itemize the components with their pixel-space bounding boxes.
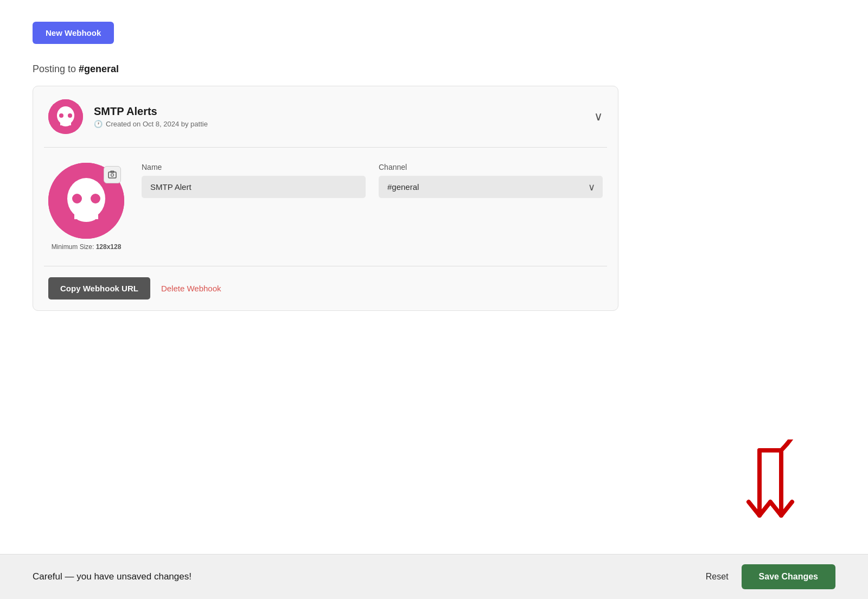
channel-form-group: Channel #general #alerts #random ∨ — [379, 163, 603, 198]
webhook-created-meta: Created on Oct 8, 2024 by pattie — [106, 120, 208, 128]
form-row: Name Channel #general #alerts #random — [142, 163, 603, 198]
svg-point-13 — [111, 174, 114, 176]
webhook-info: SMTP Alerts 🕐 Created on Oct 8, 2024 by … — [94, 105, 208, 128]
posting-to-label: Posting to #general — [33, 63, 618, 75]
name-input[interactable] — [142, 176, 366, 198]
webhook-card: SMTP Alerts 🕐 Created on Oct 8, 2024 by … — [33, 86, 618, 311]
svg-line-21 — [781, 502, 792, 515]
svg-rect-5 — [60, 123, 71, 125]
svg-line-18 — [749, 502, 760, 515]
reset-button[interactable]: Reset — [706, 572, 729, 582]
channel-select-wrap: #general #alerts #random ∨ — [379, 176, 603, 198]
card-body: Minimum Size: 128x128 Name Channel — [33, 148, 618, 266]
avatar-large[interactable] — [48, 163, 124, 239]
svg-point-9 — [91, 194, 100, 203]
avatar-edit-button[interactable] — [104, 166, 121, 183]
svg-rect-12 — [108, 172, 116, 178]
avatar-small — [48, 99, 83, 134]
svg-line-20 — [770, 502, 781, 515]
webhook-meta: 🕐 Created on Oct 8, 2024 by pattie — [94, 120, 208, 128]
name-form-group: Name — [142, 163, 366, 198]
unsaved-warning-text: Careful — you have unsaved changes! — [33, 571, 192, 582]
name-label: Name — [142, 163, 366, 171]
bottom-bar-actions: Reset Save Changes — [706, 564, 835, 589]
card-header: SMTP Alerts 🕐 Created on Oct 8, 2024 by … — [33, 86, 618, 147]
svg-point-8 — [72, 194, 82, 203]
bottom-bar: Careful — you have unsaved changes! Rese… — [0, 554, 868, 599]
card-header-left: SMTP Alerts 🕐 Created on Oct 8, 2024 by … — [48, 99, 208, 134]
copy-webhook-url-button[interactable]: Copy Webhook URL — [48, 277, 150, 300]
annotation-arrow — [738, 439, 803, 550]
clock-icon: 🕐 — [94, 120, 103, 128]
expand-chevron-icon[interactable]: ∨ — [594, 110, 603, 124]
svg-line-19 — [760, 502, 770, 515]
svg-point-3 — [68, 113, 72, 118]
avatar-min-size-label: Minimum Size: 128x128 — [52, 243, 122, 251]
delete-webhook-button[interactable]: Delete Webhook — [161, 284, 221, 293]
form-section: Name Channel #general #alerts #random — [142, 163, 603, 198]
channel-label: Channel — [379, 163, 603, 171]
webhook-title: SMTP Alerts — [94, 105, 208, 118]
avatar-section: Minimum Size: 128x128 — [48, 163, 124, 251]
svg-rect-11 — [74, 215, 98, 219]
svg-point-2 — [59, 113, 63, 118]
new-webhook-button[interactable]: New Webhook — [33, 22, 114, 44]
channel-select[interactable]: #general #alerts #random — [379, 176, 603, 198]
card-footer: Copy Webhook URL Delete Webhook — [33, 266, 618, 310]
save-changes-button[interactable]: Save Changes — [742, 564, 835, 589]
